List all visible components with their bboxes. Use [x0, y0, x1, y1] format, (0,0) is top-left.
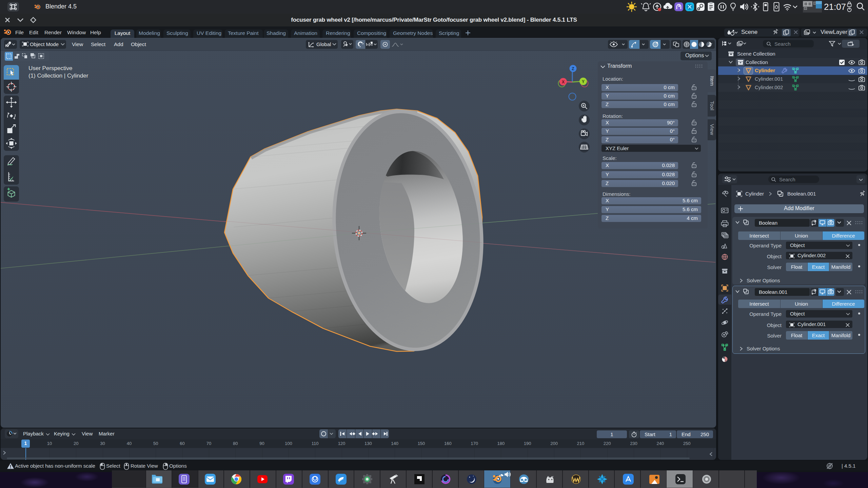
svg-text:X: X	[562, 80, 565, 84]
svg-text:Z: Z	[572, 66, 574, 71]
svg-text:Y: Y	[582, 79, 585, 84]
